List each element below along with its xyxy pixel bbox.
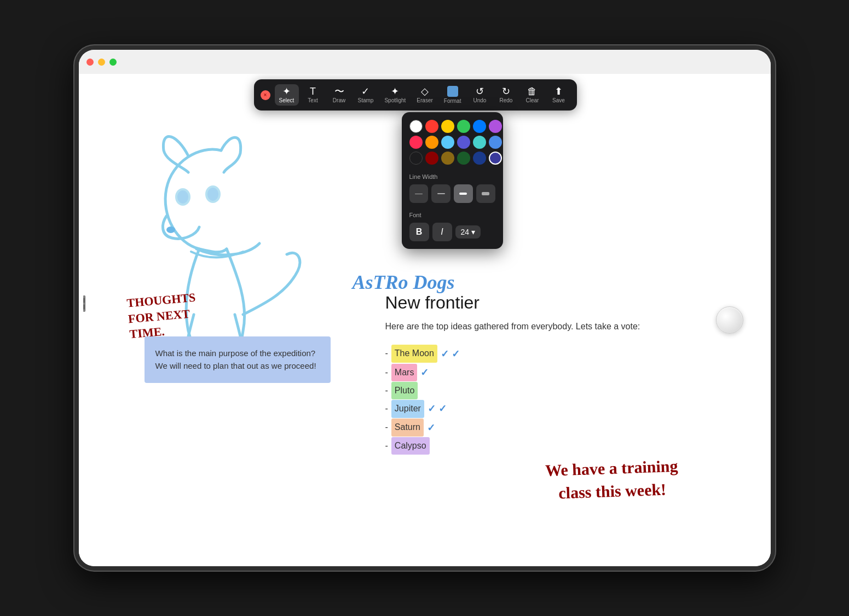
spotlight-icon: ✦ [391, 86, 399, 96]
text-icon: T [310, 86, 316, 96]
list-item: - Pluto [385, 382, 648, 399]
eraser-icon: ◇ [421, 86, 429, 96]
maximize-button[interactable] [109, 59, 117, 66]
sticky-note-text: What is the main purpose of the expediti… [155, 348, 316, 370]
font-size-selector[interactable]: 24 ▾ [455, 225, 481, 239]
color-purple[interactable] [489, 120, 502, 133]
color-black[interactable] [409, 152, 423, 165]
line-extra-button[interactable] [476, 184, 495, 203]
toolbar-select-label: Select [279, 97, 294, 103]
device-frame: × ✦ Select T Text 〜 Draw ✓ Stamp [74, 45, 775, 571]
toolbar-close-button[interactable]: × [261, 90, 270, 100]
color-brown[interactable] [441, 152, 454, 165]
draw-icon: 〜 [334, 86, 344, 96]
bold-button[interactable]: B [409, 223, 429, 241]
astrodogs-text: AsTRo Dogs [353, 271, 455, 294]
training-text: We have a training class this week! [507, 453, 717, 506]
color-green[interactable] [457, 120, 470, 133]
color-darkgreen[interactable] [457, 152, 470, 165]
toolbar-item-select[interactable]: ✦ Select [275, 84, 299, 106]
toolbar-save-label: Save [552, 97, 565, 103]
font-size-value: 24 [461, 228, 470, 236]
toolbar-item-draw[interactable]: 〜 Draw [327, 84, 351, 106]
toolbar-item-redo[interactable]: ↻ Redo [494, 84, 518, 106]
toolbar-item-undo[interactable]: ↺ Undo [467, 84, 492, 106]
main-content: New frontier Here are the top ideas gath… [385, 293, 648, 455]
planet-mars: Mars [391, 364, 418, 381]
format-popup: Line Width Font [402, 112, 503, 249]
main-description: Here are the top ideas gathered from eve… [385, 319, 648, 334]
toolbar-item-format[interactable]: Format [440, 84, 466, 106]
left-edge-handle [83, 295, 85, 312]
color-yellow[interactable] [441, 120, 454, 133]
toolbar: × ✦ Select T Text 〜 Draw ✓ Stamp [254, 79, 577, 111]
color-cornblue[interactable] [489, 136, 502, 149]
list-item: - Mars ✓ [385, 363, 648, 382]
line-width-row [409, 184, 495, 203]
toolbar-redo-label: Redo [500, 97, 513, 103]
format-icon [447, 86, 458, 97]
close-button[interactable] [86, 59, 94, 66]
toolbar-spotlight-label: Spotlight [384, 97, 406, 103]
color-grid [409, 120, 495, 165]
toolbar-format-label: Format [444, 98, 461, 104]
list-item: - Jupiter ✓ ✓ [385, 399, 648, 418]
save-icon: ⬆ [555, 86, 563, 96]
planet-pluto: Pluto [391, 382, 418, 399]
font-label: Font [409, 212, 495, 218]
toolbar-clear-label: Clear [526, 97, 539, 103]
list-item: - Saturn ✓ [385, 419, 648, 437]
undo-icon: ↺ [476, 86, 484, 96]
color-indigo[interactable] [457, 136, 470, 149]
list-item: - Calypso [385, 437, 648, 455]
toolbar-item-text[interactable]: T Text [301, 84, 325, 106]
toolbar-draw-label: Draw [333, 97, 345, 103]
planet-calypso: Calypso [391, 437, 430, 455]
select-icon: ✦ [282, 86, 291, 96]
main-title: New frontier [385, 293, 648, 313]
color-red[interactable] [425, 120, 438, 133]
toolbar-eraser-label: Eraser [417, 97, 432, 103]
canvas-area: × ✦ Select T Text 〜 Draw ✓ Stamp [79, 74, 771, 566]
toolbar-item-stamp[interactable]: ✓ Stamp [354, 84, 378, 106]
color-lightblue[interactable] [441, 136, 454, 149]
font-row: B I 24 ▾ [409, 223, 495, 241]
line-thick-button[interactable] [454, 184, 473, 203]
toolbar-item-eraser[interactable]: ◇ Eraser [412, 84, 437, 106]
color-teal[interactable] [473, 136, 486, 149]
toolbar-undo-label: Undo [473, 97, 487, 103]
color-darkblue[interactable] [473, 152, 486, 165]
color-darkindigo[interactable] [489, 152, 502, 165]
planet-jupiter: Jupiter [391, 400, 424, 417]
home-indicator[interactable] [716, 306, 743, 334]
planet-list: - The Moon ✓ ✓ - Mars ✓ - Pluto [385, 345, 648, 455]
toolbar-text-label: Text [308, 97, 317, 103]
list-item: - The Moon ✓ ✓ [385, 345, 648, 363]
color-orange[interactable] [425, 136, 438, 149]
italic-button[interactable]: I [432, 223, 452, 241]
toolbar-stamp-label: Stamp [358, 97, 374, 103]
toolbar-item-clear[interactable]: 🗑 Clear [520, 84, 544, 106]
minimize-button[interactable] [98, 59, 105, 66]
color-white[interactable] [409, 120, 423, 133]
font-size-chevron: ▾ [471, 228, 475, 236]
line-width-label: Line Width [409, 173, 495, 180]
svg-point-0 [176, 189, 189, 205]
stamp-icon: ✓ [361, 86, 369, 96]
sticky-note[interactable]: What is the main purpose of the expediti… [145, 336, 331, 383]
toolbar-item-save[interactable]: ⬆ Save [546, 84, 570, 106]
color-blue[interactable] [473, 120, 486, 133]
line-medium-button[interactable] [431, 184, 451, 203]
thoughts-text: Thoughts for next time. [126, 290, 199, 342]
planet-moon: The Moon [391, 345, 437, 362]
color-darkred[interactable] [425, 152, 438, 165]
color-pink[interactable] [409, 136, 423, 149]
planet-saturn: Saturn [391, 419, 424, 436]
top-bar [79, 50, 771, 74]
toolbar-item-spotlight[interactable]: ✦ Spotlight [380, 84, 410, 106]
redo-icon: ↻ [502, 86, 510, 96]
clear-icon: 🗑 [527, 86, 537, 96]
line-thin-button[interactable] [409, 184, 429, 203]
svg-point-2 [166, 226, 175, 233]
device-screen: × ✦ Select T Text 〜 Draw ✓ Stamp [79, 50, 771, 566]
